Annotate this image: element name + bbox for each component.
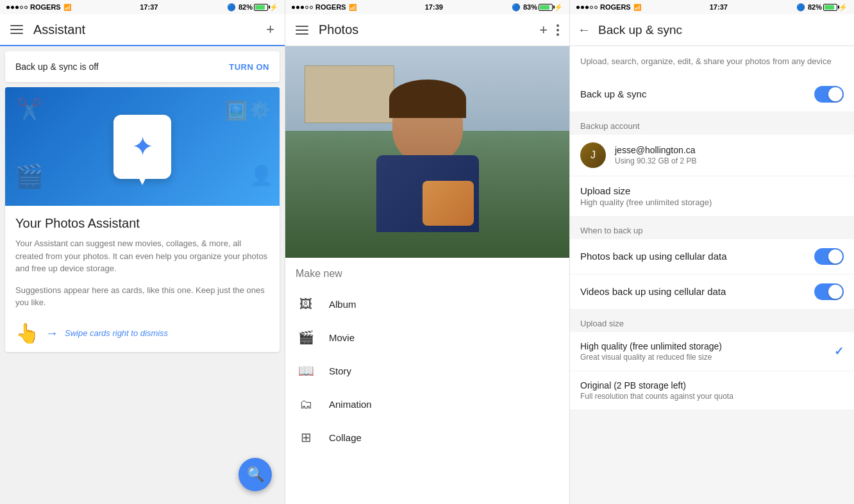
wifi-icon-2: 📶: [349, 4, 356, 11]
photos-cellular-row[interactable]: Photos back up using cellular data: [570, 239, 854, 274]
battery-icon-1: [254, 4, 268, 11]
battery-percent-1: 82%: [239, 3, 253, 11]
carrier-label-1: ROGERS: [30, 3, 61, 11]
story-label: Story: [329, 365, 351, 376]
signal-dot: [15, 6, 19, 9]
high-quality-sublabel: Great visual quality at reduced file siz…: [580, 353, 722, 362]
movie-label: Movie: [329, 332, 355, 343]
search-icon: 🔍: [247, 466, 264, 483]
photos-title: Photos: [319, 22, 539, 37]
backup-page-title: Back up & sync: [598, 23, 846, 37]
swipe-hint: 👆 → Swipe cards right to dismiss: [15, 319, 269, 344]
battery-percent-2: 83%: [523, 3, 537, 11]
panel-backup: ROGERS 📶 17:37 🔵 82% ⚡ ← Back up & sync …: [569, 0, 854, 504]
movie-icon: 🎬: [296, 327, 316, 348]
signal-dot-empty: [24, 6, 28, 9]
photos-cellular-toggle[interactable]: [814, 248, 844, 265]
high-quality-option[interactable]: High quality (free unlimited storage) Gr…: [570, 332, 854, 371]
back-arrow-icon[interactable]: ←: [578, 22, 590, 37]
album-icon: 🖼: [296, 294, 316, 314]
backup-account-header: Backup account: [570, 112, 854, 135]
videos-cellular-label: Videos back up using cellular data: [580, 286, 726, 297]
upload-size-value: High quality (free unlimited storage): [580, 197, 712, 207]
signal-dot-empty: [310, 6, 313, 9]
collage-icon: ⊞: [296, 427, 316, 448]
photos-add-icon[interactable]: +: [539, 22, 548, 38]
hamburger-menu-icon[interactable]: [10, 25, 23, 34]
carrier-label-2: ROGERS: [315, 3, 346, 11]
wifi-icon-3: 📶: [633, 4, 641, 11]
photo-house: [305, 65, 394, 123]
add-icon-1[interactable]: +: [266, 21, 274, 38]
photos-toolbar: Photos +: [285, 14, 569, 46]
signal-dot: [6, 6, 10, 9]
collage-label: Collage: [329, 432, 362, 443]
photos-hamburger-icon[interactable]: [296, 26, 308, 35]
turn-on-button[interactable]: TURN ON: [229, 62, 269, 72]
album-item[interactable]: 🖼 Album: [296, 287, 559, 321]
battery-icon-3: [823, 4, 837, 11]
wifi-icon-1: 📶: [63, 4, 71, 11]
signal-dot: [296, 6, 299, 9]
battery-percent-3: 82%: [808, 3, 822, 11]
status-bar-2: ROGERS 📶 17:39 🔵 83% ⚡: [285, 0, 569, 14]
bluetooth-icon-3: 🔵: [796, 3, 805, 12]
status-bar-3: ROGERS 📶 17:37 🔵 82% ⚡: [570, 0, 854, 14]
videos-cellular-toggle[interactable]: [814, 283, 844, 300]
panel-photos: ROGERS 📶 17:39 🔵 83% ⚡ Photos +: [285, 0, 569, 504]
story-item[interactable]: 📖 Story: [296, 354, 559, 387]
time-label-3: 17:37: [710, 3, 728, 11]
battery-container-1: 82% ⚡: [239, 3, 278, 12]
collage-item[interactable]: ⊞ Collage: [296, 421, 559, 454]
make-new-section: Make new 🖼 Album 🎬 Movie 📖 Story 🗂 Anima…: [285, 258, 569, 464]
status-bar-left-3: ROGERS 📶: [576, 3, 641, 11]
panel-assistant: ROGERS 📶 17:37 🔵 82% ⚡ Assistant + Back …: [0, 0, 285, 504]
bluetooth-icon-1: 🔵: [227, 3, 236, 12]
original-option[interactable]: Original (2 PB storage left) Full resolu…: [570, 371, 854, 410]
upload-size-section-header: Upload size: [570, 310, 854, 332]
assistant-card-title: Your Photos Assistant: [15, 216, 269, 231]
signal-dot-empty: [305, 6, 308, 9]
signal-dot: [576, 6, 580, 9]
when-backup-header: When to back up: [570, 217, 854, 239]
movie-item[interactable]: 🎬 Movie: [296, 321, 559, 354]
hero-deco-icon-4: 🎬: [15, 163, 44, 190]
backup-sync-label: Back up & sync: [580, 88, 646, 99]
hero-deco-icon-1: ✂️: [17, 97, 42, 121]
bluetooth-icon-2: 🔵: [512, 3, 521, 12]
hero-deco-icon-3: ⚙️: [249, 100, 270, 120]
backup-intro-text: Upload, search, organize, edit, & share …: [570, 46, 854, 77]
signal-dot-empty: [590, 6, 593, 9]
upload-size-label: Upload size: [580, 185, 712, 196]
high-quality-checkmark: ✓: [834, 344, 844, 358]
time-label-2: 17:39: [425, 3, 443, 11]
charging-icon-3: ⚡: [839, 3, 848, 12]
status-bar-1: ROGERS 📶 17:37 🔵 82% ⚡: [0, 0, 285, 14]
animation-label: Animation: [329, 399, 372, 410]
assistant-card-description: Your Assistant can suggest new movies, c…: [15, 237, 269, 275]
videos-cellular-row[interactable]: Videos back up using cellular data: [570, 274, 854, 310]
app-title-1: Assistant: [33, 22, 266, 37]
backup-banner: Back up & sync is off TURN ON: [5, 51, 280, 82]
account-row[interactable]: J jesse@hollington.ca Using 90.32 GB of …: [570, 135, 854, 176]
photos-more-icon[interactable]: [557, 24, 559, 36]
signal-dot: [292, 6, 295, 9]
fab-search-button[interactable]: 🔍: [239, 458, 272, 491]
hero-deco-icon-2: 🖼️: [225, 100, 247, 121]
swipe-arrow-icon: →: [46, 326, 58, 340]
backup-sync-row[interactable]: Back up & sync: [570, 77, 854, 112]
toolbar-1: Assistant +: [0, 14, 285, 46]
swipe-hint-text: Swipe cards right to dismiss: [65, 328, 168, 338]
assistant-card-hint: Suggestions appear here as cards, like t…: [15, 284, 269, 309]
signal-dot-empty: [20, 6, 23, 9]
status-bar-right-3: 🔵 82% ⚡: [796, 3, 848, 12]
high-quality-label: High quality (free unlimited storage): [580, 341, 722, 351]
signal-dot: [11, 6, 14, 9]
animation-item[interactable]: 🗂 Animation: [296, 387, 559, 421]
upload-size-row[interactable]: Upload size High quality (free unlimited…: [570, 176, 854, 217]
backup-sync-toggle[interactable]: [814, 86, 844, 103]
carrier-label-3: ROGERS: [600, 3, 631, 11]
hero-background: ✂️ 🖼️ ⚙️ 🎬 👤 ✦: [5, 87, 280, 206]
charging-icon-2: ⚡: [554, 3, 563, 12]
hero-deco-icon-5: 👤: [249, 164, 273, 187]
